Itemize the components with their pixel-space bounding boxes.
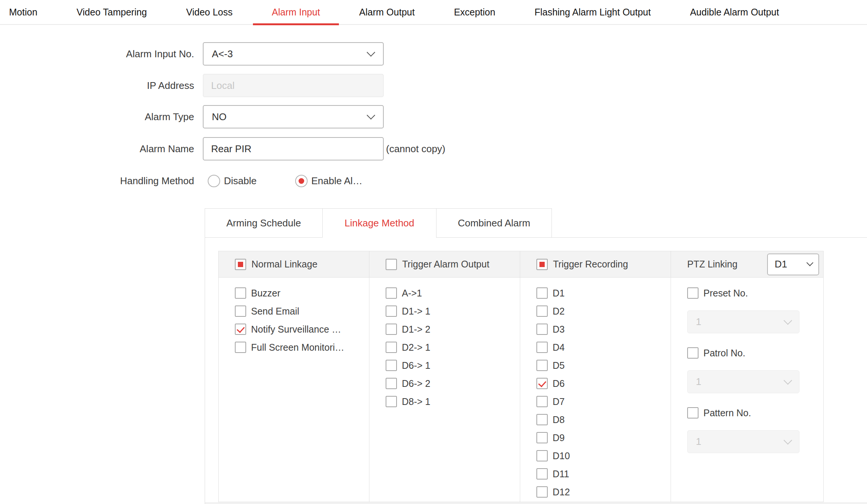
tab-exception[interactable]: Exception bbox=[445, 0, 504, 24]
alarm-input-no-select[interactable]: A<-3 bbox=[203, 42, 384, 66]
radio-enable-alarm[interactable]: Enable Al… bbox=[295, 175, 363, 187]
chevron-down-icon bbox=[367, 111, 375, 120]
tab-arming-schedule[interactable]: Arming Schedule bbox=[205, 208, 323, 238]
form-row-handling-method: Handling Method Disable Enable Al… bbox=[0, 169, 867, 192]
radio-icon bbox=[295, 175, 308, 187]
tab-label: Alarm Output bbox=[359, 7, 415, 18]
cannot-copy-note: (cannot copy) bbox=[386, 137, 446, 160]
tab-label: Audible Alarm Output bbox=[690, 7, 779, 18]
alarm-name-field[interactable] bbox=[203, 137, 384, 160]
tab-audible-alarm-output[interactable]: Audible Alarm Output bbox=[681, 0, 788, 24]
radio-disable[interactable]: Disable bbox=[208, 175, 257, 187]
radio-label: Disable bbox=[224, 175, 257, 187]
alarm-name-label: Alarm Name bbox=[0, 137, 194, 160]
tab-video-loss[interactable]: Video Loss bbox=[177, 0, 242, 24]
alarm-type-select[interactable]: NO bbox=[203, 105, 384, 128]
handling-method-label: Handling Method bbox=[0, 169, 194, 192]
alarm-input-no-label: Alarm Input No. bbox=[0, 42, 194, 66]
chevron-down-icon bbox=[367, 48, 375, 57]
radio-icon bbox=[208, 175, 220, 187]
tab-label: Video Tampering bbox=[77, 7, 147, 18]
tab-label: Motion bbox=[9, 7, 37, 18]
ip-address-label: IP Address bbox=[0, 74, 194, 97]
ip-address-field bbox=[203, 74, 384, 97]
form-row-alarm-name: Alarm Name (cannot copy) bbox=[0, 137, 867, 160]
tab-label: Flashing Alarm Light Output bbox=[535, 7, 651, 18]
tab-flashing-alarm-light-output[interactable]: Flashing Alarm Light Output bbox=[525, 0, 660, 24]
sub-tab-bar: Arming Schedule Linkage Method Combined … bbox=[205, 208, 552, 238]
form-row-alarm-input-no: Alarm Input No. A<-3 bbox=[0, 42, 867, 66]
linkage-method-panel bbox=[205, 237, 867, 504]
tab-label: Exception bbox=[454, 7, 495, 18]
form-row-ip-address: IP Address bbox=[0, 74, 867, 97]
tab-label: Alarm Input bbox=[272, 7, 320, 18]
alarm-settings-page: Motion Video Tampering Video Loss Alarm … bbox=[0, 0, 867, 504]
tab-alarm-input[interactable]: Alarm Input bbox=[263, 0, 329, 24]
alarm-type-label: Alarm Type bbox=[0, 105, 194, 128]
tab-combined-alarm[interactable]: Combined Alarm bbox=[436, 208, 552, 238]
top-tab-bar: Motion Video Tampering Video Loss Alarm … bbox=[0, 0, 867, 25]
tab-alarm-output[interactable]: Alarm Output bbox=[350, 0, 424, 24]
handling-method-radio-group: Disable Enable Al… bbox=[208, 169, 363, 192]
select-value: A<-3 bbox=[212, 48, 233, 60]
tab-linkage-method[interactable]: Linkage Method bbox=[322, 208, 437, 238]
tab-video-tampering[interactable]: Video Tampering bbox=[67, 0, 156, 24]
tab-motion[interactable]: Motion bbox=[0, 0, 46, 24]
radio-label: Enable Al… bbox=[311, 175, 363, 187]
tab-label: Video Loss bbox=[186, 7, 233, 18]
form-row-alarm-type: Alarm Type NO bbox=[0, 105, 867, 128]
select-value: NO bbox=[212, 111, 227, 123]
